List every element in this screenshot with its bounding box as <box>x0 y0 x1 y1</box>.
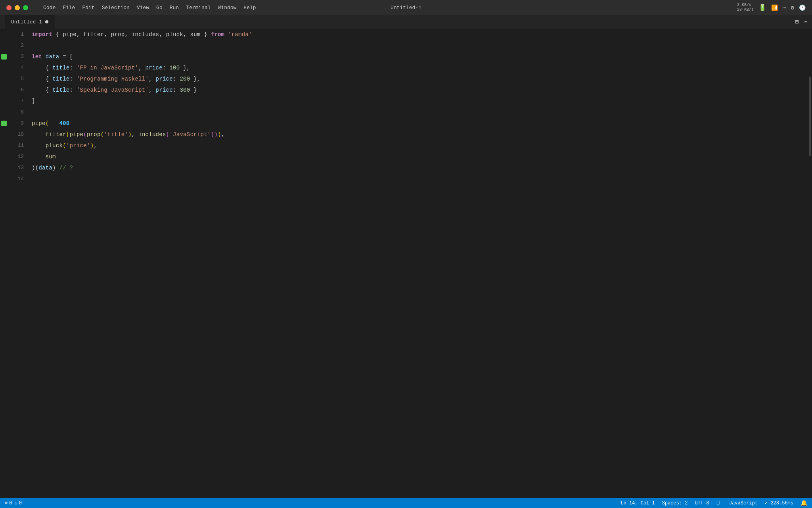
minimize-button[interactable] <box>15 5 20 10</box>
code-line: 2 <box>0 40 808 51</box>
code-token: )( <box>32 165 38 171</box>
code-token: title <box>52 65 69 71</box>
code-line: 5 { title: 'Programming Haskell', price:… <box>0 73 808 85</box>
breakpoint-indicator <box>1 121 7 126</box>
code-token: : <box>70 87 77 93</box>
code-token: , <box>149 76 155 82</box>
code-token: , <box>104 31 111 38</box>
menu-view[interactable]: View <box>137 5 149 11</box>
line-number: 5 <box>8 73 32 85</box>
wifi-icon: 📶 <box>771 4 778 11</box>
code-token: pipe <box>32 120 46 127</box>
encoding[interactable]: UTF-8 <box>695 500 709 506</box>
editor-tab[interactable]: Untitled-1 <box>5 15 55 29</box>
line-number: 10 <box>8 129 32 140</box>
code-token: }, <box>180 65 190 71</box>
code-line: 4 { title: 'FP in JavaScript', price: 10… <box>0 62 808 73</box>
code-token: 'title' <box>104 131 128 138</box>
code-token: pipe <box>63 31 77 38</box>
statusbar-left: ⊗ 0 ⚠ 0 <box>5 500 22 506</box>
code-token: 'FP in JavaScript' <box>77 65 138 71</box>
menu-go[interactable]: Go <box>156 5 163 11</box>
code-token: import <box>32 31 52 38</box>
scrollbar-track[interactable] <box>808 29 812 498</box>
line-content[interactable]: pluck('price'), <box>32 140 808 151</box>
code-token: pluck <box>166 31 183 38</box>
maximize-button[interactable] <box>23 5 28 10</box>
code-token: ) <box>128 131 132 138</box>
code-line: 11 pluck('price'), <box>0 140 808 151</box>
control-center-icon: ⚙ <box>791 4 794 11</box>
menu-help[interactable]: Help <box>243 5 256 11</box>
line-content[interactable]: { title: 'Speaking JavaScript', price: 3… <box>32 85 808 96</box>
code-line: 6 { title: 'Speaking JavaScript', price:… <box>0 85 808 96</box>
line-content[interactable]: filter(pipe(prop('title'), includes('Jav… <box>32 129 808 140</box>
line-content[interactable]: { title: 'Programming Haskell', price: 2… <box>32 73 808 85</box>
menu-selection[interactable]: Selection <box>102 5 130 11</box>
code-token: : <box>70 76 77 82</box>
menu-code[interactable]: Code <box>43 5 56 11</box>
code-token: , <box>138 65 145 71</box>
code-token: filter <box>46 131 66 138</box>
code-token: = [ <box>59 54 73 60</box>
code-token: data <box>46 54 59 60</box>
eol[interactable]: LF <box>716 500 722 506</box>
tab-label: Untitled-1 <box>11 19 42 25</box>
code-token: , <box>124 31 131 38</box>
code-line: 3let data = [ <box>0 51 808 62</box>
line-content[interactable]: )(data) // ? <box>32 162 808 173</box>
code-token: 200 <box>180 76 190 82</box>
statusbar: ⊗ 0 ⚠ 0 Ln 14, Col 1 Spaces: 2 UTF-8 LF … <box>0 498 812 508</box>
code-token: { <box>32 65 52 71</box>
breakpoint-indicator <box>1 54 7 60</box>
menu-window[interactable]: Window <box>218 5 237 11</box>
code-token: }, <box>190 76 200 82</box>
menu-edit[interactable]: Edit <box>82 5 94 11</box>
code-token: 100 <box>169 65 180 71</box>
editor[interactable]: 1import { pipe, filter, prop, includes, … <box>0 29 812 498</box>
code-token: sum <box>46 154 56 160</box>
error-count[interactable]: ⊗ 0 ⚠ 0 <box>5 500 22 506</box>
more-actions-icon[interactable]: ⋯ <box>803 18 807 26</box>
cursor-position[interactable]: Ln 14, Col 1 <box>620 500 655 506</box>
code-token <box>42 54 46 60</box>
code-token: from <box>211 31 225 38</box>
close-button[interactable] <box>6 5 11 10</box>
code-token: price <box>156 76 173 82</box>
scrollbar-thumb[interactable] <box>809 77 811 156</box>
tabbar-actions: ⊟ ⋯ <box>795 18 807 26</box>
time-icon: 🕐 <box>799 4 806 11</box>
indentation[interactable]: Spaces: 2 <box>662 500 688 506</box>
code-token: 'Programming Haskell' <box>77 76 149 82</box>
line-content[interactable]: let data = [ <box>32 51 808 62</box>
line-content[interactable]: ] <box>32 96 808 107</box>
language-mode[interactable]: JavaScript <box>729 500 758 506</box>
line-content[interactable]: import { pipe, filter, prop, includes, p… <box>32 29 808 40</box>
code-token: 300 <box>180 87 190 93</box>
code-token: ) <box>214 131 218 138</box>
menu-run[interactable]: Run <box>170 5 179 11</box>
code-token: ( <box>63 142 66 149</box>
code-token: prop <box>111 31 125 38</box>
split-editor-icon[interactable]: ⊟ <box>795 18 799 26</box>
code-token: , <box>221 131 225 138</box>
line-content[interactable]: { title: 'FP in JavaScript', price: 100 … <box>32 62 808 73</box>
line-number: 6 <box>8 85 32 96</box>
code-token: ) <box>211 131 214 138</box>
line-content[interactable]: pipe( 400 <box>32 118 808 129</box>
line-content[interactable]: sum <box>32 151 808 162</box>
code-token: ) <box>90 142 94 149</box>
code-line: 13)(data) // ? <box>0 162 808 173</box>
line-number: 13 <box>8 162 32 173</box>
code-line: 12 sum <box>0 151 808 162</box>
line-number: 3 <box>8 51 32 62</box>
menu-terminal[interactable]: Terminal <box>186 5 211 11</box>
code-line: 8 <box>0 107 808 118</box>
code-token: } <box>201 31 211 38</box>
statusbar-right: Ln 14, Col 1 Spaces: 2 UTF-8 LF JavaScri… <box>620 500 807 506</box>
code-area[interactable]: 1import { pipe, filter, prop, includes, … <box>0 29 808 498</box>
code-token: let <box>32 54 42 60</box>
notifications-icon[interactable]: 🔔 <box>801 500 807 506</box>
menu-file[interactable]: File <box>63 5 75 11</box>
battery-icon: 🔋 <box>758 4 766 12</box>
